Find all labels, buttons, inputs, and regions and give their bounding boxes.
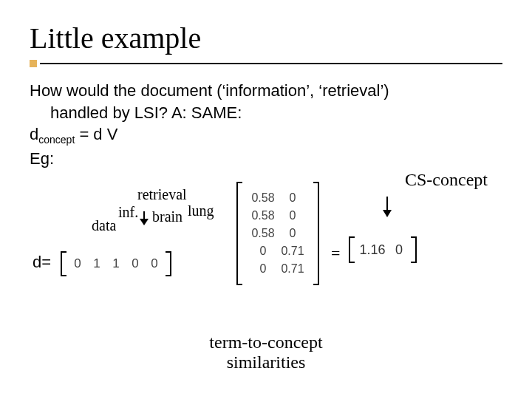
formula-sub: concept [38,134,75,146]
matrix-result-cells: 1.16 0 [356,236,409,263]
accent-square [30,60,37,67]
label-data: data [92,217,116,234]
eg-label: Eg: [30,149,502,169]
bracket-right-icon [164,251,171,276]
slide: Little example How would the document (‘… [0,0,532,399]
equals-sign: = [331,244,340,263]
formula-rest: = d V [75,125,117,143]
cell: 1.16 [356,239,389,261]
label-inf: inf. [118,204,138,221]
caption-line-2: similarities [30,352,502,372]
arrow-down-icon [140,211,149,226]
cs-concept-label: CS-concept [405,170,488,190]
matrix-v: 0.580 0.580 0.580 00.71 00.71 [236,182,319,285]
cell: 0 [278,227,307,240]
bracket-right-icon [409,236,417,263]
cell: 1 [106,253,126,274]
matrix-result: 1.16 0 [349,236,417,263]
body-line-1: How would the document (‘information’, ‘… [30,81,502,101]
label-lung: lung [188,202,214,219]
label-retrieval: retrieval [137,186,187,203]
bracket-left-icon [349,236,356,263]
cell: 0 [278,209,307,222]
cell: 0.71 [278,245,307,258]
body-text: How would the document (‘information’, ‘… [30,81,502,168]
formula-d: d [30,125,38,143]
matrix-d-cells: 0 1 1 0 0 [68,251,164,276]
slide-title: Little example [30,21,502,55]
bracket-left-icon [61,251,68,276]
title-underline [30,60,502,67]
cell: 1 [87,253,106,274]
matrix-d: 0 1 1 0 0 [61,251,171,276]
formula-line: dconcept = d V [30,124,502,147]
bracket-left-icon [236,182,244,285]
title-block: Little example [30,21,502,55]
matrix-v-cells: 0.580 0.580 0.580 00.71 00.71 [244,182,312,285]
caption-line-1: term-to-concept [30,332,502,352]
cell: 0 [278,191,307,205]
cell: 0 [248,245,278,258]
figure: CS-concept retrieval inf. brain lung dat… [30,170,502,362]
cell: 0 [389,239,409,261]
cell: 0.71 [278,262,307,276]
cell: 0 [126,253,145,274]
d-equals-label: d= [33,253,51,272]
cell: 0 [68,253,87,274]
cell: 0.58 [248,209,278,222]
cell: 0.58 [248,227,278,240]
body-line-2: handled by LSI? A: SAME: [50,103,502,123]
cell: 0 [145,253,164,274]
label-brain: brain [152,208,183,225]
arrow-down-icon [383,197,392,217]
figure-caption: term-to-concept similarities [30,332,502,372]
horizontal-rule [40,63,502,64]
bracket-right-icon [312,182,319,285]
cell: 0.58 [248,191,278,205]
cell: 0 [248,262,278,276]
